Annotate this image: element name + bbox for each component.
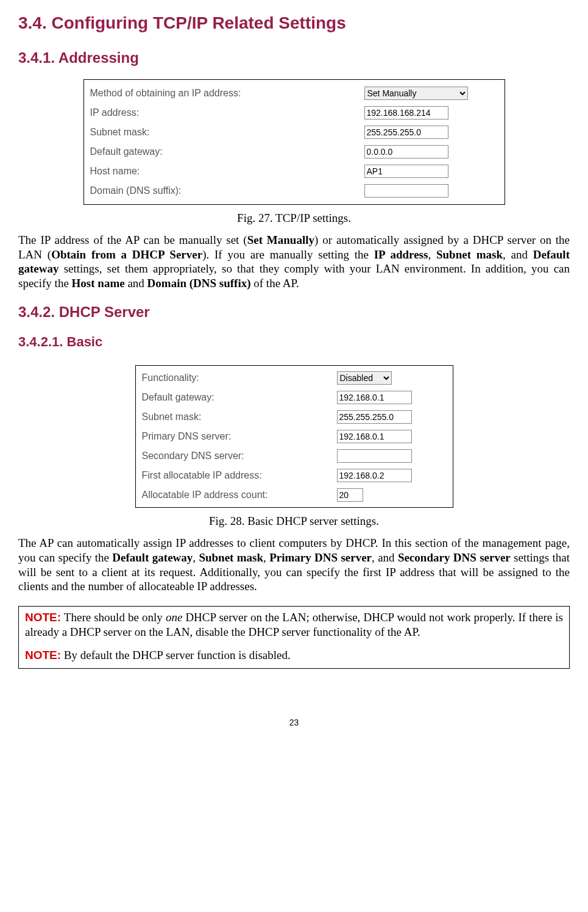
italic-one: one xyxy=(166,611,182,624)
figure-27-caption: Fig. 27. TCP/IP settings. xyxy=(18,211,570,226)
bold-obtain-dhcp: Obtain from a DHCP Server xyxy=(51,248,202,261)
row-ip-count: Allocatable IP address count: xyxy=(136,485,453,505)
row-domain: Domain (DNS suffix): xyxy=(84,181,505,201)
bold-subnet-mask-2: Subnet mask xyxy=(199,551,263,564)
note-box: NOTE: There should be only one DHCP serv… xyxy=(18,606,570,669)
label-method: Method of obtaining an IP address: xyxy=(90,85,364,102)
label-first-ip: First allocatable IP address: xyxy=(142,467,337,484)
note-1: NOTE: There should be only one DHCP serv… xyxy=(25,610,563,639)
input-first-ip[interactable] xyxy=(337,469,412,482)
text: ). If you are manually setting the xyxy=(202,248,374,261)
label-domain: Domain (DNS suffix): xyxy=(90,182,364,199)
text: By default the DHCP server function is d… xyxy=(61,649,291,661)
label-subnet: Subnet mask: xyxy=(90,124,364,141)
input-dhcp-gateway[interactable] xyxy=(337,391,412,404)
row-gateway: Default gateway: xyxy=(84,142,505,162)
row-first-ip: First allocatable IP address: xyxy=(136,466,453,485)
note-label-1: NOTE: xyxy=(25,611,61,624)
label-host: Host name: xyxy=(90,163,364,180)
heading-3-4-2-1: 3.4.2.1. Basic xyxy=(18,333,570,351)
label-gateway: Default gateway: xyxy=(90,143,364,160)
bold-secondary-dns: Secondary DNS server xyxy=(398,551,511,564)
row-primary-dns: Primary DNS server: xyxy=(136,427,453,446)
label-ip-count: Allocatable IP address count: xyxy=(142,486,337,504)
text: , and xyxy=(372,551,398,564)
label-ip: IP address: xyxy=(90,104,364,121)
select-functionality[interactable]: Disabled xyxy=(337,371,392,385)
text: , and xyxy=(503,248,533,261)
label-dhcp-gateway: Default gateway: xyxy=(142,389,337,406)
input-secondary-dns[interactable] xyxy=(337,449,412,463)
figure-27-box: Method of obtaining an IP address: Set M… xyxy=(83,79,505,205)
text: of the AP. xyxy=(251,277,299,290)
input-subnet[interactable] xyxy=(364,126,448,139)
row-ip: IP address: xyxy=(84,103,505,123)
figure-27-container: Method of obtaining an IP address: Set M… xyxy=(18,79,570,205)
heading-3-4: 3.4. Configuring TCP/IP Related Settings xyxy=(18,12,570,34)
input-gateway[interactable] xyxy=(364,145,448,159)
input-ip[interactable] xyxy=(364,106,448,119)
figure-28-caption: Fig. 28. Basic DHCP server settings. xyxy=(18,514,570,529)
input-dhcp-subnet[interactable] xyxy=(337,410,412,424)
row-host: Host name: xyxy=(84,162,505,181)
heading-3-4-1: 3.4.1. Addressing xyxy=(18,49,570,67)
page-number: 23 xyxy=(18,718,570,729)
row-dhcp-gateway: Default gateway: xyxy=(136,388,453,407)
text: and xyxy=(125,277,147,290)
bold-host-name: Host name xyxy=(72,277,125,290)
row-secondary-dns: Secondary DNS server: xyxy=(136,446,453,466)
bold-ip-address: IP address xyxy=(374,248,428,261)
input-domain[interactable] xyxy=(364,184,448,198)
label-secondary-dns: Secondary DNS server: xyxy=(142,447,337,465)
input-ip-count[interactable] xyxy=(337,488,363,502)
text: The IP address of the AP can be manually… xyxy=(18,233,247,246)
figure-28-box: Functionality: Disabled Default gateway:… xyxy=(135,365,453,508)
row-functionality: Functionality: Disabled xyxy=(136,368,453,388)
figure-28-container: Functionality: Disabled Default gateway:… xyxy=(18,365,570,508)
bold-default-gateway-2: Default gateway xyxy=(112,551,193,564)
row-method: Method of obtaining an IP address: Set M… xyxy=(84,84,505,103)
bold-subnet-mask: Subnet mask xyxy=(436,248,503,261)
label-dhcp-subnet: Subnet mask: xyxy=(142,408,337,426)
row-dhcp-subnet: Subnet mask: xyxy=(136,407,453,427)
input-primary-dns[interactable] xyxy=(337,430,412,443)
input-host[interactable] xyxy=(364,165,448,178)
bold-primary-dns: Primary DNS server xyxy=(269,551,372,564)
note-label-2: NOTE: xyxy=(25,649,61,661)
heading-3-4-2: 3.4.2. DHCP Server xyxy=(18,303,570,321)
select-method[interactable]: Set Manually xyxy=(364,87,468,100)
text: , xyxy=(428,248,436,261)
label-primary-dns: Primary DNS server: xyxy=(142,428,337,445)
text: , xyxy=(263,551,269,564)
label-functionality: Functionality: xyxy=(142,369,337,387)
text: , xyxy=(193,551,199,564)
note-2: NOTE: By default the DHCP server functio… xyxy=(25,648,563,663)
text: There should be only xyxy=(61,611,166,624)
bold-domain-suffix: Domain (DNS suffix) xyxy=(147,277,251,290)
paragraph-dhcp: The AP can automatically assign IP addre… xyxy=(18,536,570,594)
paragraph-addressing: The IP address of the AP can be manually… xyxy=(18,233,570,291)
bold-set-manually: Set Manually xyxy=(247,233,314,246)
row-subnet: Subnet mask: xyxy=(84,123,505,142)
